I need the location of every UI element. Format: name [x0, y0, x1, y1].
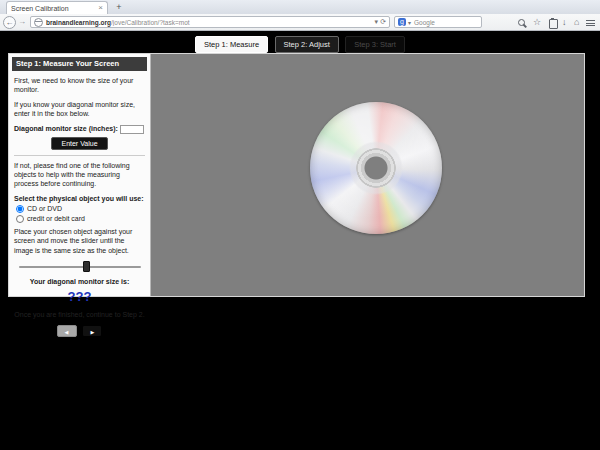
search-icon[interactable] — [518, 19, 525, 26]
panel-title: Step 1: Measure Your Screen — [12, 57, 147, 71]
step-bar: Step 1: Measure Step 2: Adjust Step 3: S… — [0, 35, 600, 53]
radio-cd-dvd[interactable] — [16, 205, 24, 213]
finish-text: Once you are finished, continue to Step … — [14, 310, 145, 319]
menu-hamburger-icon[interactable] — [586, 20, 595, 27]
enter-value-button[interactable]: Enter Value — [51, 137, 107, 150]
radio-credit-card[interactable] — [16, 215, 24, 223]
tab-close-icon[interactable]: × — [98, 4, 103, 12]
step-3-start-button[interactable]: Step 3: Start — [345, 36, 405, 53]
reload-icon[interactable]: ⟳ — [380, 18, 386, 26]
search-dropdown-icon[interactable]: ▾ — [408, 19, 411, 26]
browser-chrome: Screen Calibration × + ← → brainandlearn… — [0, 0, 600, 31]
slider-instructions: Place your chosen object against your sc… — [14, 227, 145, 254]
google-favicon: g — [398, 18, 406, 26]
intro-text: First, we need to know the size of your … — [14, 76, 145, 94]
prev-step-button[interactable]: ◀ — [57, 325, 77, 337]
tab-title: Screen Calibration — [11, 5, 98, 12]
diagonal-size-label: Diagonal monitor size (inches): — [14, 125, 118, 132]
divider — [14, 155, 145, 156]
radio-cd-dvd-label: CD or DVD — [27, 204, 62, 213]
result-value: ??? — [14, 289, 145, 306]
url-dropdown-icon[interactable]: ▾ — [375, 18, 379, 26]
radio-credit-card-label: credit or debit card — [27, 214, 85, 223]
forward-button[interactable]: → — [18, 17, 26, 26]
bookmark-star-icon[interactable]: ☆ — [533, 18, 541, 27]
tab-screen-calibration[interactable]: Screen Calibration × — [6, 1, 108, 14]
step-2-adjust-button[interactable]: Step 2: Adjust — [275, 36, 339, 53]
url-bar[interactable]: brainandlearning.org /jove/Calibration/?… — [30, 16, 390, 28]
measure-panel: Step 1: Measure Your Screen First, we ne… — [9, 54, 151, 296]
back-button[interactable]: ← — [3, 16, 16, 29]
home-icon[interactable]: ⌂ — [574, 18, 579, 27]
navigation-bar: ← → brainandlearning.org /jove/Calibrati… — [0, 14, 600, 31]
url-path: /jove/Calibration/?task=mot — [111, 19, 373, 26]
bookmarks-menu-icon[interactable] — [549, 19, 558, 29]
search-engine-label: Google — [414, 19, 435, 26]
know-size-text: If you know your diagonal monitor size, … — [14, 100, 145, 118]
search-bar[interactable]: g ▾ Google — [394, 16, 482, 28]
if-not-text: If not, please find one of the following… — [14, 161, 145, 188]
size-slider[interactable] — [19, 261, 141, 273]
cd-reference-image — [310, 102, 442, 234]
new-tab-button[interactable]: + — [112, 2, 126, 13]
site-globe-icon — [34, 18, 43, 27]
diagonal-size-input[interactable] — [120, 125, 144, 134]
result-label: Your diagonal monitor size is: — [14, 277, 145, 286]
url-domain: brainandlearning.org — [46, 19, 111, 26]
page-body: Step 1: Measure Step 2: Adjust Step 3: S… — [0, 31, 600, 450]
next-step-button[interactable]: ▶ — [82, 325, 102, 337]
step-1-measure-button[interactable]: Step 1: Measure — [195, 36, 268, 53]
tab-bar: Screen Calibration × + — [0, 0, 600, 14]
calibration-content-area: Step 1: Measure Your Screen First, we ne… — [8, 53, 585, 297]
select-object-label: Select the physical object you will use: — [14, 194, 145, 203]
downloads-icon[interactable]: ↓ — [562, 18, 567, 27]
